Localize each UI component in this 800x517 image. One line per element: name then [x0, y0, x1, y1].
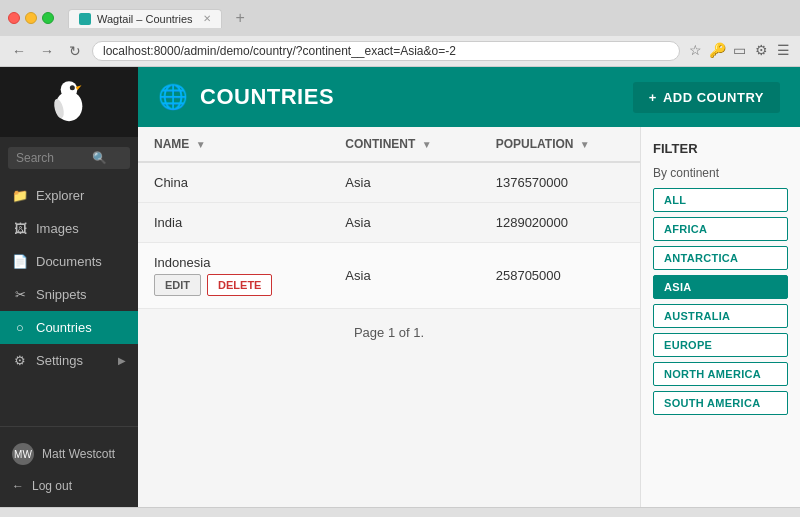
extensions-icon[interactable]: 🔑 [708, 42, 726, 60]
logout-arrow-icon: ← [12, 479, 24, 493]
tab-title: Wagtail – Countries [97, 13, 193, 25]
bookmark-icon[interactable]: ☆ [686, 42, 704, 60]
filter-sidebar: FILTER By continent ALL AFRICA ANTARCTIC… [640, 127, 800, 507]
sidebar-nav: 📁 Explorer 🖼 Images 📄 Documents ✂ Snippe… [0, 179, 138, 426]
plus-icon: + [649, 90, 657, 105]
table-row: Indonesia EDIT DELETE Asia 258705000 [138, 243, 640, 309]
globe-icon: 🌐 [158, 83, 188, 111]
add-country-button[interactable]: + ADD COUNTRY [633, 82, 780, 113]
row-name: China [138, 162, 329, 203]
forward-button[interactable]: → [36, 40, 58, 62]
screen-share-icon[interactable]: ▭ [730, 42, 748, 60]
page-header-left: 🌐 COUNTRIES [158, 83, 334, 111]
back-button[interactable]: ← [8, 40, 30, 62]
table-header: NAME ▼ CONTINENT ▼ POPULATION ▼ [138, 127, 640, 162]
user-name: Matt Westcott [42, 447, 115, 461]
row-population: 258705000 [480, 243, 640, 309]
sidebar-logo [0, 67, 138, 137]
app: 🔍 📁 Explorer 🖼 Images 📄 Documents ✂ Snip… [0, 67, 800, 507]
sidebar-item-label: Countries [36, 320, 92, 335]
wagtail-logo [44, 77, 94, 127]
sidebar-footer: MW Matt Westcott ← Log out [0, 426, 138, 507]
sidebar-item-label: Documents [36, 254, 102, 269]
filter-subtitle: By continent [653, 166, 788, 180]
table-row: China Asia 1376570000 [138, 162, 640, 203]
settings-nav-icon: ⚙ [12, 353, 28, 368]
filter-asia[interactable]: ASIA [653, 275, 788, 299]
browser-toolbar: ← → ↻ localhost:8000/admin/demo/country/… [0, 36, 800, 66]
footer-bar [0, 507, 800, 517]
main-content: 🌐 COUNTRIES + ADD COUNTRY NAME ▼ [138, 67, 800, 507]
table-body: China Asia 1376570000 India Asia 1289020… [138, 162, 640, 309]
filter-europe[interactable]: EUROPE [653, 333, 788, 357]
col-name[interactable]: NAME ▼ [138, 127, 329, 162]
browser-tab[interactable]: Wagtail – Countries ✕ [68, 9, 222, 28]
page-title: COUNTRIES [200, 84, 334, 110]
address-text: localhost:8000/admin/demo/country/?conti… [103, 44, 456, 58]
browser-dots [8, 12, 54, 24]
avatar: MW [12, 443, 34, 465]
sidebar-item-label: Explorer [36, 188, 84, 203]
sidebar: 🔍 📁 Explorer 🖼 Images 📄 Documents ✂ Snip… [0, 67, 138, 507]
table-row: India Asia 1289020000 [138, 203, 640, 243]
row-continent: Asia [329, 243, 479, 309]
row-name: Indonesia EDIT DELETE [138, 243, 329, 309]
tab-favicon [79, 13, 91, 25]
filter-australia[interactable]: AUSTRALIA [653, 304, 788, 328]
logout-button[interactable]: ← Log out [0, 473, 138, 499]
sidebar-item-label: Images [36, 221, 79, 236]
filter-title: FILTER [653, 141, 788, 156]
browser-titlebar: Wagtail – Countries ✕ + [0, 0, 800, 36]
sidebar-item-images[interactable]: 🖼 Images [0, 212, 138, 245]
sidebar-item-explorer[interactable]: 📁 Explorer [0, 179, 138, 212]
col-population-label: POPULATION [496, 137, 574, 151]
documents-icon: 📄 [12, 254, 28, 269]
col-continent-label: CONTINENT [345, 137, 415, 151]
filter-all[interactable]: ALL [653, 188, 788, 212]
address-bar[interactable]: localhost:8000/admin/demo/country/?conti… [92, 41, 680, 61]
pagination: Page 1 of 1. [138, 309, 640, 356]
row-population: 1289020000 [480, 203, 640, 243]
add-country-label: ADD COUNTRY [663, 90, 764, 105]
col-name-label: NAME [154, 137, 189, 151]
reload-button[interactable]: ↻ [64, 40, 86, 62]
images-icon: 🖼 [12, 221, 28, 236]
page-header: 🌐 COUNTRIES + ADD COUNTRY [138, 67, 800, 127]
sidebar-item-settings[interactable]: ⚙ Settings ▶ [0, 344, 138, 377]
name-sort-icon: ▼ [196, 139, 206, 150]
delete-button[interactable]: DELETE [207, 274, 272, 296]
col-population[interactable]: POPULATION ▼ [480, 127, 640, 162]
countries-icon: ○ [12, 320, 28, 335]
sidebar-item-label: Snippets [36, 287, 87, 302]
filter-antarctica[interactable]: ANTARCTICA [653, 246, 788, 270]
minimize-dot[interactable] [25, 12, 37, 24]
filter-south-america[interactable]: SOUTH AMERICA [653, 391, 788, 415]
close-dot[interactable] [8, 12, 20, 24]
row-actions: EDIT DELETE [154, 274, 313, 296]
maximize-dot[interactable] [42, 12, 54, 24]
tab-close-icon[interactable]: ✕ [203, 13, 211, 24]
settings-arrow-icon: ▶ [118, 355, 126, 366]
menu-icon[interactable]: ☰ [774, 42, 792, 60]
sidebar-item-snippets[interactable]: ✂ Snippets [0, 278, 138, 311]
browser-chrome: Wagtail – Countries ✕ + ← → ↻ localhost:… [0, 0, 800, 67]
col-continent[interactable]: CONTINENT ▼ [329, 127, 479, 162]
search-icon: 🔍 [92, 151, 107, 165]
row-continent: Asia [329, 203, 479, 243]
edit-button[interactable]: EDIT [154, 274, 201, 296]
filter-north-america[interactable]: NORTH AMERICA [653, 362, 788, 386]
table-header-row: NAME ▼ CONTINENT ▼ POPULATION ▼ [138, 127, 640, 162]
row-name: India [138, 203, 329, 243]
snippets-icon: ✂ [12, 287, 28, 302]
logout-label: Log out [32, 479, 72, 493]
population-sort-icon: ▼ [580, 139, 590, 150]
continent-sort-icon: ▼ [422, 139, 432, 150]
svg-point-2 [70, 85, 75, 90]
search-input[interactable] [16, 151, 86, 165]
sidebar-search[interactable]: 🔍 [8, 147, 130, 169]
filter-africa[interactable]: AFRICA [653, 217, 788, 241]
new-tab-button[interactable]: + [228, 6, 253, 30]
sidebar-item-countries[interactable]: ○ Countries [0, 311, 138, 344]
settings-icon[interactable]: ⚙ [752, 42, 770, 60]
sidebar-item-documents[interactable]: 📄 Documents [0, 245, 138, 278]
